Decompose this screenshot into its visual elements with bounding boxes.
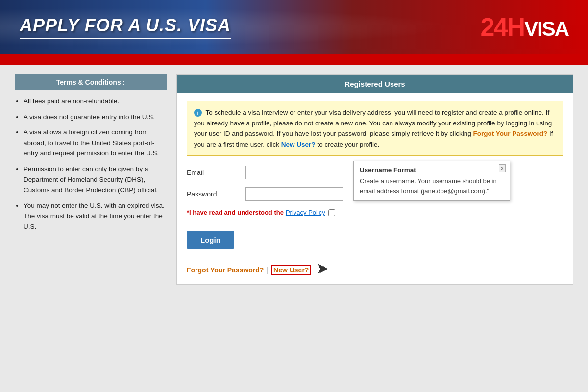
privacy-checkbox[interactable]	[328, 209, 335, 216]
privacy-text: *I have read and understood the	[187, 209, 284, 216]
forgot-password-link-bottom[interactable]: Forgot Your Password?	[187, 266, 264, 274]
password-input[interactable]	[245, 187, 343, 201]
email-input[interactable]	[245, 166, 343, 179]
info-box: i To schedule a visa interview or enter …	[187, 101, 563, 156]
main-content: Terms & Conditions : All fees paid are n…	[0, 65, 588, 294]
red-divider-bar	[0, 54, 588, 65]
email-row: Email Username Format x Create a usernam…	[187, 166, 563, 179]
logo-visa: VISA	[524, 17, 568, 40]
terms-title: Terms & Conditions :	[15, 74, 167, 90]
forgot-password-link-inline[interactable]: Forgot Your Password?	[473, 130, 548, 137]
login-button[interactable]: Login	[187, 231, 234, 249]
link-separator: |	[267, 266, 269, 274]
tooltip-title: Username Format	[360, 166, 504, 173]
tooltip-text: Create a username. Your username should …	[360, 176, 504, 196]
login-body: i To schedule a visa interview or enter …	[177, 93, 573, 284]
privacy-row: *I have read and understood the Privacy …	[187, 209, 563, 216]
privacy-policy-link[interactable]: Privacy Policy	[286, 209, 325, 216]
cursor-icon: ⮞	[318, 264, 328, 276]
terms-panel: Terms & Conditions : All fees paid are n…	[15, 74, 167, 285]
login-panel: Registered Users i To schedule a visa in…	[176, 74, 573, 285]
info-icon: i	[194, 109, 202, 117]
username-format-tooltip: Username Format x Create a username. You…	[353, 161, 510, 201]
bottom-links: Forgot Your Password? | New User? ⮞	[187, 264, 563, 276]
logo-number: 24H	[481, 13, 524, 41]
header-title: APPLY FOR A U.S. VISA	[20, 15, 231, 39]
list-item: You may not enter the U.S. with an expir…	[24, 200, 167, 232]
list-item: Permission to enter can only be given by…	[24, 164, 167, 196]
list-item: A visa allows a foreign citizen coming f…	[24, 127, 167, 159]
info-text-3: to create your profile.	[317, 141, 379, 148]
new-user-link-inline[interactable]: New User?	[281, 141, 316, 148]
password-label: Password	[187, 190, 245, 198]
login-section-title: Registered Users	[177, 75, 573, 93]
tooltip-close-button[interactable]: x	[499, 164, 506, 172]
new-user-link-bottom[interactable]: New User?	[271, 265, 311, 275]
terms-list: All fees paid are non-refundable. A visa…	[15, 96, 167, 232]
list-item: All fees paid are non-refundable.	[24, 96, 167, 107]
page-header: APPLY FOR A U.S. VISA 24HVISA	[0, 0, 588, 54]
header-logo: 24HVISA	[481, 12, 568, 42]
list-item: A visa does not guarantee entry into the…	[24, 112, 167, 122]
email-label: Email	[187, 169, 245, 176]
